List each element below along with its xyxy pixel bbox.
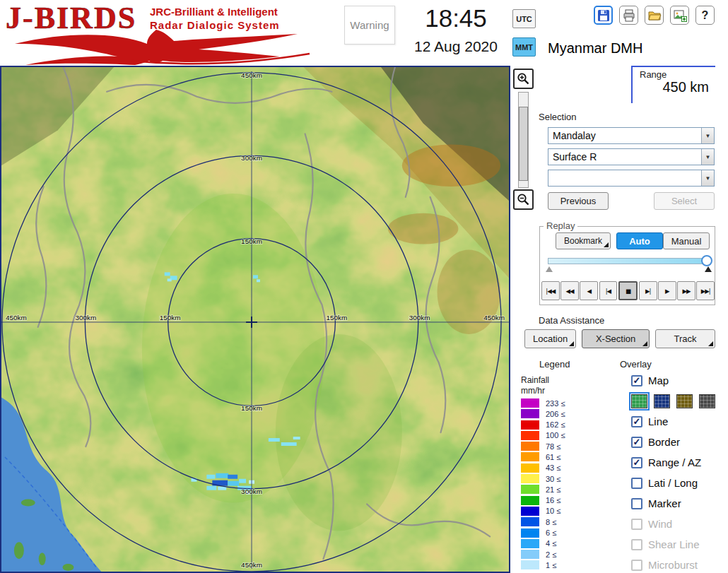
replay-timeline-track[interactable] xyxy=(548,258,709,264)
range-label-300-top: 300km xyxy=(241,154,262,162)
legend-value-label: 233 ≤ xyxy=(546,399,565,408)
overlay-label-lati-long: Lati / Long xyxy=(648,477,698,489)
previous-button[interactable]: Previous xyxy=(548,192,609,210)
overlay-item-lati-long[interactable]: Lati / Long xyxy=(631,473,727,493)
legend-entry: 78 ≤ xyxy=(521,442,565,451)
zoom-slider-track[interactable] xyxy=(518,92,529,188)
playback-skip-to-end-button[interactable]: ▶▶| xyxy=(696,281,715,300)
logo-tagline-1: JRC-Brilliant & Intelligent xyxy=(150,6,278,18)
overlay-label-line: Line xyxy=(648,415,668,427)
overlay-item-border[interactable]: ✓Border xyxy=(631,432,727,452)
legend-value-label: 16 ≤ xyxy=(546,496,560,504)
save-button[interactable] xyxy=(594,6,613,25)
legend-color-swatch xyxy=(521,452,539,461)
selection-section-label: Selection xyxy=(539,112,576,122)
range-label-450-left: 450km xyxy=(6,314,27,321)
checkbox-line[interactable]: ✓ xyxy=(631,416,642,427)
location-button[interactable]: Location xyxy=(524,329,576,348)
extra-dropdown-value xyxy=(548,170,701,186)
legend-entry: 10 ≤ xyxy=(521,507,565,516)
timezone-mmt-button[interactable]: MMT xyxy=(512,37,536,57)
bookmark-button[interactable]: Bookmark xyxy=(556,232,611,249)
x-section-button[interactable]: X-Section xyxy=(582,329,650,348)
help-icon: ? xyxy=(702,9,709,22)
open-folder-button[interactable] xyxy=(645,6,664,25)
radar-map[interactable]: 450km 300km 150km 150km 300km 450km 450k… xyxy=(0,66,510,573)
map-color-swatch-0[interactable] xyxy=(631,394,647,408)
legend-color-swatch xyxy=(521,398,539,408)
playback-skip-to-start-button[interactable]: |◀◀ xyxy=(541,281,560,300)
range-label-150-right: 150km xyxy=(326,314,347,321)
legend-entry: 8 ≤ xyxy=(521,517,565,526)
playback-fast-forward-button[interactable]: ▶▶ xyxy=(677,281,695,300)
timezone-utc-button[interactable]: UTC xyxy=(512,9,536,28)
range-label-300-right: 300km xyxy=(409,314,430,321)
overlay-item-map[interactable]: ✓Map xyxy=(631,370,727,391)
map-color-swatch-2[interactable] xyxy=(676,394,693,408)
legend-entries: 233 ≤206 ≤162 ≤100 ≤78 ≤61 ≤43 ≤30 ≤21 ≤… xyxy=(521,398,565,572)
legend-value-label: 43 ≤ xyxy=(546,463,560,472)
map-color-swatch-1[interactable] xyxy=(654,394,670,408)
overlay-label-border: Border xyxy=(648,436,680,448)
legend-entry: 206 ≤ xyxy=(521,409,565,418)
overlay-item-line[interactable]: ✓Line xyxy=(631,411,727,432)
replay-timeline-thumb[interactable] xyxy=(701,255,712,266)
range-label: Range xyxy=(640,69,667,80)
export-image-icon xyxy=(673,8,687,23)
chevron-down-icon[interactable]: ▼ xyxy=(701,149,714,165)
map-color-swatch-3[interactable] xyxy=(699,394,715,408)
product-dropdown[interactable]: Surface R ▼ xyxy=(548,148,715,165)
manual-mode-button[interactable]: Manual xyxy=(663,232,710,249)
legend-entry: 16 ≤ xyxy=(521,496,565,505)
overlay-item-range-az[interactable]: ✓Range / AZ xyxy=(631,452,727,473)
overlay-item-marker[interactable]: Marker xyxy=(631,493,727,514)
range-label-150-left: 150km xyxy=(160,314,181,321)
data-assistance-label: Data Assistance xyxy=(539,315,604,326)
export-image-button[interactable] xyxy=(670,6,689,25)
playback-fast-rewind-button[interactable]: ◀◀ xyxy=(560,281,579,300)
legend-value-label: 8 ≤ xyxy=(546,518,556,526)
legend-unit-line1: Rainfall xyxy=(521,375,549,385)
checkbox-map[interactable]: ✓ xyxy=(631,375,642,386)
playback-play-reverse-button[interactable]: ◀ xyxy=(580,281,598,300)
chevron-down-icon[interactable]: ▼ xyxy=(701,128,714,143)
save-icon xyxy=(597,8,611,23)
checkbox-lati-long[interactable] xyxy=(631,478,642,489)
playback-step-forward-button[interactable]: ▶| xyxy=(639,281,657,300)
replay-groupbox: Replay Bookmark Auto Manual |◀◀◀◀◀|◀■▶|▶… xyxy=(539,226,715,305)
help-button[interactable]: ? xyxy=(695,6,715,25)
print-button[interactable] xyxy=(619,6,638,25)
playback-stop-button[interactable]: ■ xyxy=(618,281,638,300)
chevron-down-icon[interactable]: ▼ xyxy=(701,170,714,186)
auto-mode-button[interactable]: Auto xyxy=(616,232,663,249)
playback-play-button[interactable]: ▶ xyxy=(658,281,676,300)
overlay-item-wind: Wind xyxy=(631,514,727,534)
legend-value-label: 162 ≤ xyxy=(546,420,565,429)
legend-value-label: 78 ≤ xyxy=(546,442,560,451)
legend-value-label: 61 ≤ xyxy=(546,453,560,461)
legend-entry: 4 ≤ xyxy=(521,539,565,548)
zoom-out-button[interactable] xyxy=(513,189,534,210)
zoom-slider-thumb[interactable] xyxy=(519,107,528,181)
legend-value-label: 30 ≤ xyxy=(546,475,560,483)
site-dropdown[interactable]: Mandalay ▼ xyxy=(548,127,715,144)
replay-section-label: Replay xyxy=(544,220,577,231)
legend-value-label: 100 ≤ xyxy=(546,431,565,439)
zoom-in-button[interactable] xyxy=(513,69,534,89)
warning-button[interactable]: Warning xyxy=(344,6,395,45)
track-button[interactable]: Track xyxy=(655,329,715,348)
checkbox-shear-line xyxy=(631,539,642,550)
legend-color-swatch xyxy=(521,539,539,548)
range-label-300-left: 300km xyxy=(75,314,96,321)
checkbox-range-az[interactable]: ✓ xyxy=(631,457,642,468)
range-label-300-bottom: 300km xyxy=(241,488,262,495)
checkbox-marker[interactable] xyxy=(631,498,642,509)
legend-section-label: Legend xyxy=(539,359,570,370)
range-label-150-bottom: 150km xyxy=(241,404,262,412)
legend-color-swatch xyxy=(521,442,539,451)
playback-step-back-button[interactable]: |◀ xyxy=(599,281,618,300)
extra-dropdown[interactable]: ▼ xyxy=(548,170,715,187)
legend-value-label: 21 ≤ xyxy=(546,485,560,494)
checkbox-border[interactable]: ✓ xyxy=(631,437,642,448)
overlay-item-microburst: Microburst xyxy=(631,555,727,573)
